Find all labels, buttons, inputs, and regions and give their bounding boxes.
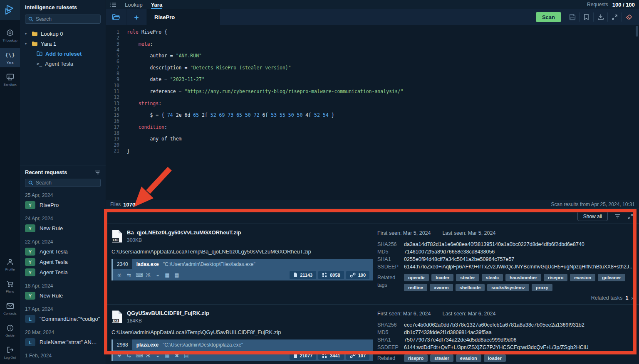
exchange-icon[interactable]: ⇆ xyxy=(126,353,132,359)
hash-label: MD5 xyxy=(377,330,404,335)
tag-pill[interactable]: gcleaner xyxy=(598,274,625,281)
tag-pill[interactable]: stealc xyxy=(482,274,503,281)
bug-icon[interactable]: Ж xyxy=(145,272,151,278)
erase-button[interactable] xyxy=(622,12,636,22)
tag-pill[interactable]: evasion xyxy=(570,274,595,281)
shield-grid-icon[interactable]: ▦ xyxy=(164,353,170,359)
process-row[interactable]: 2968plaza.exe"C:\Users\admin\Desktop\pla… xyxy=(111,339,373,361)
first-seen: First seen: Mar 6, 2024 xyxy=(377,311,431,317)
process-counter-badge[interactable]: 21077 xyxy=(290,352,317,360)
caret-down-icon[interactable]: ▾ xyxy=(25,42,29,46)
sidebar-item-plans[interactable]: Plans xyxy=(0,277,20,296)
filter-icon[interactable] xyxy=(614,214,621,219)
code-token: 74 xyxy=(167,112,173,118)
report-icon[interactable]: ▤ xyxy=(174,272,180,278)
tag-pill[interactable]: risepro xyxy=(544,274,567,281)
recent-request-item[interactable]: YAgent Tesla xyxy=(25,246,101,257)
tag-pill[interactable]: redline xyxy=(404,284,427,291)
bookmark-button[interactable] xyxy=(580,12,593,22)
rulesets-search[interactable] xyxy=(25,15,101,24)
recent-search-input[interactable] xyxy=(36,180,100,186)
recent-request-item[interactable]: YAgent Tesla xyxy=(25,267,101,278)
recent-request-item[interactable]: YNew Rule xyxy=(25,223,101,234)
tag-pill[interactable]: stealer xyxy=(430,354,453,362)
rulesets-search-input[interactable] xyxy=(36,16,100,22)
save-button[interactable] xyxy=(565,12,579,22)
tag-pill[interactable]: xworm xyxy=(430,284,453,291)
process-row[interactable]: 2340ladas.exe"C:\Users\admin\Desktop\Fil… xyxy=(111,259,373,280)
editor-code[interactable]: rule RisePro {​ meta:​ author = "ANY.RUN… xyxy=(119,29,639,200)
process-counter-badge[interactable]: 100 xyxy=(346,271,369,279)
sidebar-item-contacts[interactable]: Contacts xyxy=(0,299,20,318)
bug-icon[interactable]: Ж xyxy=(145,353,151,359)
process-counter-badge[interactable]: 8058 xyxy=(318,271,344,279)
file-name[interactable]: Ba_qjoLNEbz0Lgy50sVvLzuMGXORheuT.zip xyxy=(127,229,241,236)
process-counter-badge[interactable]: 21143 xyxy=(290,271,316,279)
editor-scrollbar[interactable] xyxy=(636,26,638,37)
anyrun-logo[interactable] xyxy=(0,0,20,20)
sidebar-item-logout[interactable]: Log Out xyxy=(0,343,20,362)
tag-pill[interactable]: stealer xyxy=(456,274,479,281)
open-folder-button[interactable] xyxy=(106,9,126,25)
spy-icon[interactable]: ◒ xyxy=(155,353,161,359)
exchange-icon[interactable]: ⇆ xyxy=(126,272,132,278)
expand-icon[interactable] xyxy=(627,214,633,219)
show-all-button[interactable]: Show all xyxy=(577,212,608,221)
tag-pill[interactable]: opendir xyxy=(404,274,429,281)
recent-request-item[interactable]: YAgent Tesla xyxy=(25,257,101,267)
tree-folder-lookup[interactable]: ▾ Lookup 0 xyxy=(25,29,101,39)
sidebar-item-yara[interactable]: {\} Yara xyxy=(0,48,20,67)
process-cmdline: "C:\Users\admin\Desktop\Files\ladas.exe" xyxy=(163,261,255,267)
tab-lookup[interactable]: Lookup xyxy=(125,0,143,9)
tree-rule-agent-tesla[interactable]: >_ Agent Tesla xyxy=(25,59,101,69)
sidebar-item-guide[interactable]: Guide xyxy=(0,321,20,340)
new-tab-button[interactable]: + xyxy=(126,9,147,25)
sidebar-item-ti-lookup[interactable]: TI Lookup xyxy=(0,26,20,45)
add-to-ruleset-button[interactable]: Add to ruleset xyxy=(25,49,101,59)
tag-pill[interactable]: proxy xyxy=(532,284,552,291)
caret-down-icon[interactable]: ▾ xyxy=(25,32,29,36)
biohazard-icon[interactable]: ☣ xyxy=(116,353,122,359)
hash-list: SHA256da3aa14d782d1a1e6e08ea40f381395140… xyxy=(377,241,635,270)
sidebar-item-profile[interactable]: Profile xyxy=(0,255,20,274)
recent-request-item[interactable]: LRuleName:"strrat" AND ... xyxy=(25,337,101,347)
menu-list-icon[interactable] xyxy=(110,0,116,9)
cmd-icon[interactable]: ⌨ xyxy=(136,272,141,278)
tag-pill[interactable]: loader xyxy=(484,354,506,362)
tree-folder-yara[interactable]: ▾ Yara 1 xyxy=(25,39,101,49)
recent-request-item[interactable]: YRisePro xyxy=(25,200,101,210)
code-token: } xyxy=(329,112,334,118)
spy-icon[interactable]: ◒ xyxy=(155,272,161,278)
tag-pill[interactable]: evasion xyxy=(456,354,481,362)
file-name[interactable]: QGyU5avBUILCiDF8f_FujRK.zip xyxy=(127,310,209,316)
scan-button[interactable]: Scan xyxy=(536,12,561,22)
expand-button[interactable] xyxy=(608,12,622,22)
related-tasks-link[interactable]: Related tasks1› xyxy=(110,291,635,303)
shield-grid-icon[interactable]: ▦ xyxy=(164,272,170,278)
yara-code-editor[interactable]: 123456789101112131415161718192021 rule R… xyxy=(106,25,639,200)
hash-label: MD5 xyxy=(377,249,404,255)
recent-request-item[interactable]: YNew Rule xyxy=(25,290,101,301)
recent-request-item[interactable]: L"CommandLine:"*codigo" xyxy=(25,314,101,324)
cmd-icon[interactable]: ⌨ xyxy=(136,353,141,359)
tag-pill[interactable]: shellcode xyxy=(456,284,485,291)
cart-icon xyxy=(6,280,14,288)
download-button[interactable] xyxy=(594,12,607,22)
biohazard-icon[interactable]: ☣ xyxy=(116,272,122,278)
tag-pill[interactable]: risepro xyxy=(404,354,428,362)
tab-risepro[interactable]: RisePro xyxy=(147,9,220,25)
tools-icon[interactable]: ✖ xyxy=(174,353,180,359)
sidebar-item-sandbox[interactable]: Sandbox xyxy=(0,70,20,89)
tag-pill[interactable]: loader xyxy=(431,274,453,281)
report-icon[interactable]: ▤ xyxy=(183,353,189,359)
recent-search[interactable] xyxy=(25,179,101,187)
filter-icon[interactable] xyxy=(95,170,101,175)
sidebar-item-label: Yara xyxy=(7,61,13,64)
code-token: : xyxy=(164,124,167,130)
tag-pill[interactable]: hausbomber xyxy=(505,274,541,281)
tag-pill[interactable]: socks5systemz xyxy=(487,284,529,291)
process-counter-badge[interactable]: 107 xyxy=(346,352,369,360)
process-counter-badge[interactable]: 3441 xyxy=(318,352,344,360)
code-token: 2f xyxy=(199,112,211,118)
tab-yara[interactable]: Yara xyxy=(151,0,162,9)
